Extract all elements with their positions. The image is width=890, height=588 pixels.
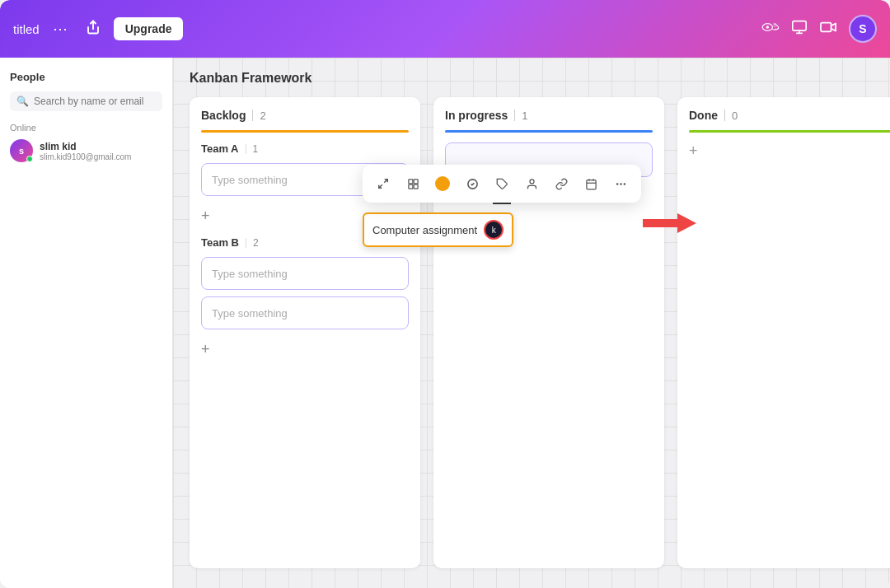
video-icon[interactable] <box>819 20 837 39</box>
team-group-b: Team B 2 Type something Type something + <box>201 236 409 358</box>
column-count-done: 0 <box>732 110 738 122</box>
search-icon: 🔍 <box>16 96 29 107</box>
svg-rect-16 <box>586 180 595 189</box>
svg-rect-6 <box>821 22 831 31</box>
activity-icon[interactable] <box>761 20 780 39</box>
user-avatar-small: s <box>10 139 33 162</box>
team-divider-a <box>246 144 246 154</box>
column-divider-ip <box>514 110 515 121</box>
user-email: slim.kid9100@gmail.com <box>40 152 131 161</box>
task-card-b2[interactable]: Type something <box>201 296 409 329</box>
column-divider-done <box>724 110 725 121</box>
assignment-text: Computer assignment <box>372 224 477 236</box>
svg-marker-23 <box>643 213 696 233</box>
column-underline-inprogress <box>445 130 653 133</box>
column-header-backlog: Backlog 2 <box>201 109 409 122</box>
toolbar-popup <box>363 165 641 203</box>
svg-point-20 <box>616 183 618 185</box>
task-placeholder-a1: Type something <box>212 174 288 186</box>
column-count-inprogress: 1 <box>522 110 527 122</box>
calendar-icon[interactable] <box>578 171 603 196</box>
svg-point-2 <box>766 26 770 29</box>
svg-rect-3 <box>793 21 806 30</box>
assignment-card[interactable]: Computer assignment k <box>363 212 513 247</box>
tag-icon[interactable] <box>490 171 514 196</box>
share-icon[interactable] <box>81 16 105 42</box>
sidebar-people-title: People <box>10 71 162 83</box>
topbar-right-icons: S <box>761 15 877 43</box>
team-name-a: Team A <box>201 142 239 155</box>
add-task-done[interactable]: + <box>689 142 698 159</box>
task-placeholder-b1: Type something <box>212 268 288 280</box>
team-header-a: Team A 1 <box>201 142 409 155</box>
column-underline-backlog <box>201 130 409 133</box>
team-count-a: 1 <box>253 143 259 155</box>
task-placeholder-b2: Type something <box>212 307 288 320</box>
online-label: Online <box>10 123 162 133</box>
svg-point-22 <box>623 183 625 185</box>
search-box[interactable]: 🔍 <box>10 91 162 111</box>
team-divider-b <box>246 238 246 248</box>
search-input[interactable] <box>34 96 156 107</box>
more-toolbar-icon[interactable] <box>608 171 633 196</box>
column-header-done: Done 0 <box>689 109 890 122</box>
sidebar: People 🔍 Online s slim kid slim.kid9100@… <box>0 58 173 588</box>
svg-point-21 <box>620 183 622 185</box>
user-item[interactable]: s slim kid slim.kid9100@gmail.com <box>10 139 162 162</box>
user-avatar[interactable]: S <box>849 15 877 43</box>
card-view-icon[interactable] <box>400 171 425 196</box>
user-name: slim kid <box>40 141 131 152</box>
column-underline-done <box>689 130 890 133</box>
column-count-backlog: 2 <box>260 110 265 122</box>
column-title-done: Done <box>689 109 718 122</box>
user-info: slim kid slim.kid9100@gmail.com <box>40 141 131 161</box>
board-title: Kanban Framework <box>190 71 874 86</box>
assignment-drag-avatar: k <box>484 220 504 240</box>
svg-rect-10 <box>414 179 418 183</box>
status-circle <box>435 176 450 191</box>
upgrade-button[interactable]: Upgrade <box>114 17 184 40</box>
svg-rect-11 <box>408 184 412 189</box>
column-header-inprogress: In progress 1 <box>445 109 653 122</box>
topbar: titled ⋯ Upgrade <box>0 0 890 58</box>
document-title: titled <box>13 22 40 36</box>
svg-point-15 <box>530 179 534 183</box>
column-done: Done 0 + <box>677 97 890 568</box>
check-icon[interactable] <box>460 171 485 196</box>
assignee-icon[interactable] <box>519 171 544 196</box>
main-layout: People 🔍 Online s slim kid slim.kid9100@… <box>0 58 890 588</box>
column-title-inprogress: In progress <box>445 109 508 122</box>
svg-rect-12 <box>414 184 418 189</box>
presentation-icon[interactable] <box>791 20 808 39</box>
more-options-icon[interactable]: ⋯ <box>48 16 73 41</box>
red-arrow-svg <box>643 212 696 234</box>
add-task-b[interactable]: + <box>201 341 210 358</box>
link-icon[interactable] <box>549 171 574 196</box>
team-name-b: Team B <box>201 236 239 249</box>
status-icon[interactable] <box>430 171 455 196</box>
column-divider <box>252 110 253 121</box>
svg-rect-9 <box>408 179 412 183</box>
board-content: Kanban Framework Backlog 2 Team A 1 <box>173 58 890 588</box>
expand-icon[interactable] <box>371 171 396 196</box>
add-task-a[interactable]: + <box>201 208 210 225</box>
team-count-b: 2 <box>253 237 259 249</box>
drag-card-area: Computer assignment k <box>363 212 513 247</box>
column-title-backlog: Backlog <box>201 109 246 122</box>
arrow-indicator <box>643 212 696 234</box>
task-card-b1[interactable]: Type something <box>201 257 409 290</box>
online-dot <box>26 156 33 162</box>
toolbar-underline <box>493 203 511 204</box>
